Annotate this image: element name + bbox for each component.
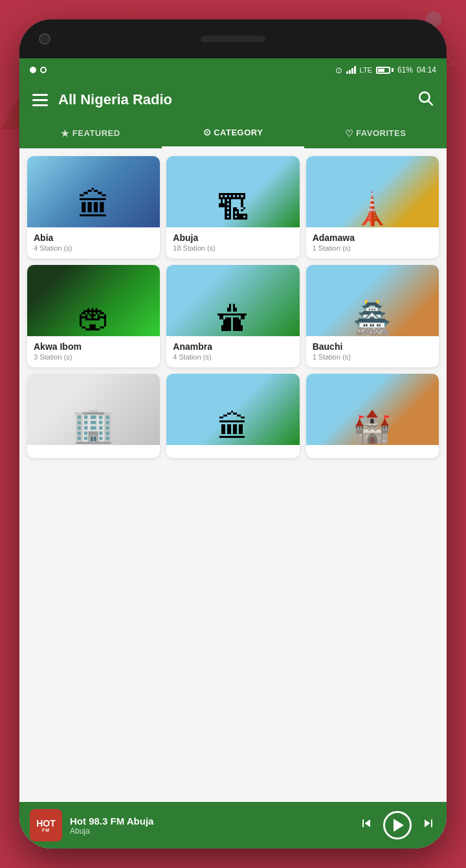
favorites-icon: ♡ (345, 128, 354, 139)
play-button[interactable] (383, 811, 412, 839)
bottom-player: HOT FM Hot 98.3 FM Abuja Abuja (19, 802, 447, 849)
station-card-bauchi[interactable]: Bauchi 1 Station (s) (306, 265, 439, 367)
station-card-abia[interactable]: Abia 4 Station (s) (27, 156, 160, 258)
station-info-adamawa: Adamawa 1 Station (s) (306, 227, 439, 258)
phone-screen: ⊙ LTE 61% 04:14 (19, 58, 447, 849)
hamburger-line-2 (32, 99, 48, 101)
tab-category[interactable]: ⊙ CATEGORY (162, 118, 304, 148)
status-bar-right: ⊙ LTE 61% 04:14 (335, 65, 436, 75)
menu-button[interactable] (32, 94, 48, 106)
next-button[interactable] (421, 816, 436, 835)
station-count-adamawa: 1 Station (s) (313, 244, 432, 252)
app-header: All Nigeria Radio (19, 82, 447, 118)
tab-featured-label: FEATURED (72, 128, 120, 138)
stations-grid: Abia 4 Station (s) Abuja 18 Station (s) (27, 156, 439, 458)
station-info-abia: Abia 4 Station (s) (27, 227, 160, 258)
player-location: Abuja (70, 827, 351, 836)
station-info-abuja: Abuja 18 Station (s) (166, 227, 299, 258)
station-image-row3-1 (27, 374, 160, 445)
station-image-anambra (166, 265, 299, 336)
station-name-anambra: Anambra (173, 341, 293, 352)
category-icon: ⊙ (203, 127, 212, 137)
station-name-akwaibom: Akwa Ibom (34, 341, 153, 352)
battery-percentage: 61% (397, 65, 413, 74)
station-card-adamawa[interactable]: Adamawa 1 Station (s) (306, 156, 439, 258)
station-image-abia (27, 156, 160, 227)
hamburger-line-1 (32, 94, 48, 96)
phone-frame: ⊙ LTE 61% 04:14 (19, 19, 447, 849)
station-name-abuja: Abuja (173, 233, 293, 243)
front-camera (39, 33, 50, 45)
station-count-anambra: 4 Station (s) (173, 353, 293, 361)
phone-notch (19, 19, 447, 58)
phone-speaker (201, 36, 265, 42)
station-name-bauchi: Bauchi (313, 341, 432, 352)
battery-icon (376, 67, 394, 74)
tab-favorites[interactable]: ♡ FAVORITES (304, 118, 447, 148)
station-info-row3-3 (306, 445, 439, 458)
station-card-akwaibom[interactable]: Akwa Ibom 3 Station (s) (27, 265, 160, 367)
signal-icon (346, 66, 356, 74)
status-indicator-1 (30, 67, 36, 73)
tab-favorites-label: FAVORITES (356, 128, 406, 138)
station-image-bauchi (306, 265, 439, 336)
header-left: All Nigeria Radio (32, 91, 172, 108)
player-info: Hot 98.3 FM Abuja Abuja (70, 816, 351, 836)
wifi-icon: ⊙ (335, 65, 342, 75)
station-image-abuja (166, 156, 299, 227)
app-title: All Nigeria Radio (58, 91, 172, 108)
station-image-adamawa (306, 156, 439, 227)
play-icon (394, 819, 404, 832)
station-image-row3-2 (166, 374, 299, 445)
logo-fm: FM (36, 828, 56, 832)
station-image-row3-3 (306, 374, 439, 445)
search-button[interactable] (417, 89, 434, 110)
network-icon: LTE (360, 66, 372, 74)
station-count-bauchi: 1 Station (s) (313, 353, 432, 361)
tab-category-label: CATEGORY (214, 128, 263, 137)
status-indicator-2 (40, 67, 47, 73)
station-card-abuja[interactable]: Abuja 18 Station (s) (166, 156, 299, 258)
grid-content: Abia 4 Station (s) Abuja 18 Station (s) (19, 148, 447, 802)
station-card-row3-1[interactable] (27, 374, 160, 458)
tabs-bar: ★ FEATURED ⊙ CATEGORY ♡ FAVORITES (19, 118, 447, 148)
station-image-akwaibom (27, 265, 160, 336)
time-display: 04:14 (417, 65, 436, 74)
player-station-name: Hot 98.3 FM Abuja (70, 816, 351, 827)
station-name-adamawa: Adamawa (313, 233, 432, 243)
station-count-abia: 4 Station (s) (34, 244, 153, 252)
svg-line-14 (428, 101, 432, 105)
station-info-akwaibom: Akwa Ibom 3 Station (s) (27, 336, 160, 367)
station-info-bauchi: Bauchi 1 Station (s) (306, 336, 439, 367)
station-name-abia: Abia (34, 233, 153, 243)
station-card-row3-2[interactable] (166, 374, 299, 458)
logo-text: HOT (36, 819, 56, 828)
station-count-abuja: 18 Station (s) (173, 244, 293, 252)
station-count-akwaibom: 3 Station (s) (34, 353, 153, 361)
hamburger-line-3 (32, 104, 48, 106)
player-controls (359, 811, 436, 839)
battery-level (378, 69, 384, 72)
status-bar-left (30, 67, 47, 73)
station-card-anambra[interactable]: Anambra 4 Station (s) (166, 265, 299, 367)
player-logo: HOT FM (30, 809, 62, 841)
prev-button[interactable] (359, 816, 374, 835)
tab-featured[interactable]: ★ FEATURED (19, 118, 162, 148)
station-info-row3-1 (27, 445, 160, 458)
station-card-row3-3[interactable] (306, 374, 439, 458)
featured-icon: ★ (61, 128, 70, 139)
status-bar: ⊙ LTE 61% 04:14 (19, 58, 447, 82)
station-info-anambra: Anambra 4 Station (s) (166, 336, 299, 367)
station-info-row3-2 (166, 445, 299, 458)
